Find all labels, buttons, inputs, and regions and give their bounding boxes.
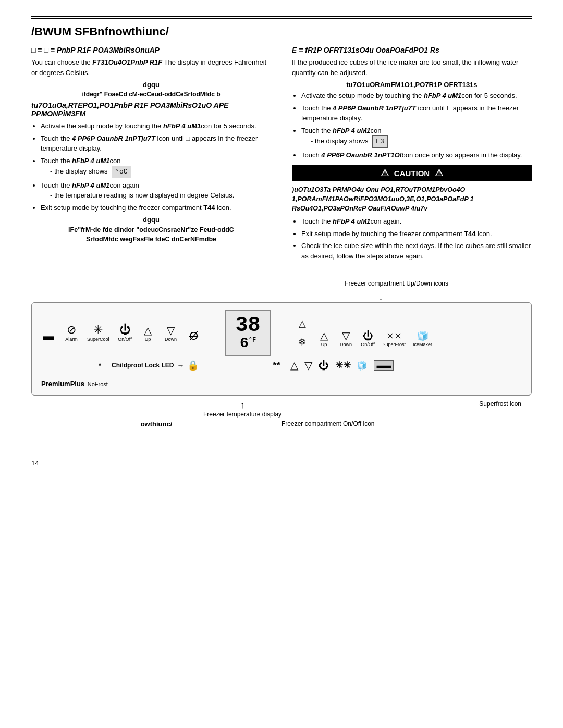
left-bullet-1: Activate the setup mode by touching the … <box>41 121 271 131</box>
caution-label: CAUTION <box>394 169 430 178</box>
display-box-left: °oC <box>112 166 131 178</box>
panel-second-row: * Childproof Lock LED → 🔒 ** △ ▽ ⏻ ✳✳ <box>41 359 522 372</box>
right-heading1: E = fR1P OFRT131sO4u OoaPOaFdPO1 Rs <box>292 46 532 54</box>
right-icons-group: △ ❄ △ Up ▽ Down <box>295 319 522 347</box>
right-bullet-1: Activate the setup mode by touching the … <box>301 91 532 101</box>
right-note1-bold: tu7O1uORAmFM1O1,PO7R1P OFRT131s <box>292 81 532 89</box>
caution-triangle-icon2: ⚠ <box>435 167 443 179</box>
right-bullet-3: Touch the hFbP 4 uM1con - the display sh… <box>301 126 532 148</box>
icon-up-above: △ <box>295 319 310 328</box>
top-border2 <box>31 18 532 19</box>
display-box-right: E3 <box>372 135 388 148</box>
down-right-icon: ▽ <box>342 330 350 341</box>
up-right-icon: △ <box>320 330 328 341</box>
checkbox-symbol: □ = <box>31 46 44 54</box>
icon-up-right: △ Up <box>317 330 332 347</box>
slash-icon: Ø <box>189 330 198 342</box>
right-bullet-list-bottom: Touch the hFbP 4 uM1con again. Exit setu… <box>301 216 532 261</box>
onoff-right-label: On/Off <box>361 342 374 347</box>
diagram-wrapper: Freezer compartment Up/Down icons ↓ ▬ ⊘ … <box>31 280 532 428</box>
panel-bottom-row: PremiumPlus NoFrost <box>41 377 522 388</box>
right-bullet-2: Touch the 4 PP6P OaunbR 1nPTju7T icon un… <box>301 103 532 124</box>
down-left-label: Down <box>165 337 177 342</box>
childproof-lock-text: Childproof Lock LED <box>112 362 174 369</box>
down-left-icon: ▽ <box>167 325 175 336</box>
right-body1: If the produced ice cubes of the ice mak… <box>292 57 532 78</box>
left-column: □ = □ = PnbP R1F POA3MbiRsOnuAP You can … <box>31 46 271 264</box>
caution-triangle-icon: ⚠ <box>381 167 389 179</box>
onoff-left-icon: ⏻ <box>119 324 131 336</box>
owthiunc-label: owthiunc/ <box>141 420 173 428</box>
icon-superfrost: ✳✳ SuperFrost <box>383 331 406 347</box>
snowflake-icon: ❄ <box>298 337 307 347</box>
left-icon-row: ▬ ⊘ Alarm ✳ SuperCool ⏻ On/Off <box>41 324 201 342</box>
childproof-arrow-icon: → <box>177 361 184 369</box>
onoff-right-icon: ⏻ <box>363 330 373 341</box>
owthiunc-label-area: owthiunc/ <box>31 420 282 428</box>
icon-onoff-right: ⏻ On/Off <box>361 330 375 347</box>
alarm-label: Alarm <box>65 337 78 342</box>
left-body1: You can choose the FT31Ou4O1PnbP R1F The… <box>31 57 271 78</box>
childproof-lock-area: Childproof Lock LED → 🔒 <box>112 360 199 371</box>
icon-supercool: ✳ SuperCool <box>87 324 109 342</box>
superfrost-icon-label-area: Superfrost icon <box>479 400 521 408</box>
superfrost-label: SuperFrost <box>383 342 406 347</box>
caution-bar: ⚠ CAUTION ⚠ <box>292 165 532 181</box>
left-bullet-5: Exit setup mode by touching the freezer … <box>41 203 271 213</box>
left-note2-bold: dgqu <box>31 216 271 224</box>
left-note1-bold: dgqu <box>31 81 271 89</box>
left-icons-group: ▬ ⊘ Alarm ✳ SuperCool ⏻ On/Off <box>41 324 201 342</box>
double-asterisk: ** <box>273 360 280 371</box>
right-icon-main-row: ❄ △ Up ▽ Down ⏻ On/Off <box>295 330 522 347</box>
left-heading1-text: □ = PnbP R1F POA3MbiRsOnuAP <box>44 46 159 54</box>
panel-top-area: ▬ ⊘ Alarm ✳ SuperCool ⏻ On/Off <box>41 310 522 356</box>
down-right-label: Down <box>340 342 352 347</box>
display-sub-num: 6°F <box>236 336 261 351</box>
icon-alarm: ⊘ Alarm <box>64 324 79 342</box>
br-icon-1: △ <box>290 359 298 372</box>
right-bullet-5: Touch the hFbP 4 uM1con again. <box>301 216 532 227</box>
right-icon-top-row: △ <box>295 319 522 328</box>
main-content: □ = □ = PnbP R1F POA3MbiRsOnuAP You can … <box>31 46 532 264</box>
top-border <box>31 16 532 17</box>
brand-premium: PremiumPlus <box>41 380 84 388</box>
battery-icon: ▬ <box>43 330 54 342</box>
icemaker-icon: 🧊 <box>417 331 429 341</box>
diagram-section: Freezer compartment Up/Down icons ↓ ▬ ⊘ … <box>31 280 532 428</box>
left-bullet-3: Touch the hFbP 4 uM1con - the display sh… <box>41 156 271 178</box>
panel-labels-below: ↑ Freezer temperature display Superfrost… <box>31 400 532 418</box>
lock-symbol: 🔒 <box>187 360 199 371</box>
left-bullet-list: Activate the setup mode by touching the … <box>41 121 271 213</box>
up-left-icon: △ <box>144 325 152 336</box>
right-bullet-6: Exit setup mode by touching the freezer … <box>301 229 532 239</box>
br-icon-5: 🧊 <box>357 361 368 371</box>
left-note2-sub: iFe"frM-de fde dlndor "odeucCnsraeNr"ze … <box>31 226 271 244</box>
right-display-shows: - the display shows E3 <box>311 135 532 148</box>
icon-battery: ▬ <box>41 330 56 342</box>
left-temp-note: - the temperature reading is now display… <box>50 190 271 201</box>
left-heading1: □ = □ = PnbP R1F POA3MbiRsOnuAP <box>31 46 271 54</box>
caution-text: )uOTu1O3Ta PRMPO4u Onu PO1,RTOuTPOM1PbvO… <box>292 185 532 213</box>
control-panel: ▬ ⊘ Alarm ✳ SuperCool ⏻ On/Off <box>31 302 532 396</box>
big-display-area: 38 6°F <box>215 310 282 356</box>
right-bullet-4: Touch 4 PP6P OaunbR 1nPT1Olbon once only… <box>301 150 532 161</box>
right-bullet-7: Check the ice cube size within the next … <box>301 241 532 261</box>
supercool-icon: ✳ <box>93 324 103 336</box>
page-title: /BWUM SFBnfnowthiunc/ <box>31 25 532 39</box>
icemaker-label: IceMaker <box>413 342 432 347</box>
icon-down-left: ▽ Down <box>164 325 178 342</box>
bottom-labels-row: owthiunc/ Freezer compartment On/Off ico… <box>31 420 532 428</box>
brand-label: PremiumPlus NoFrost <box>41 380 108 388</box>
up-left-label: Up <box>145 337 151 342</box>
up-right-label: Up <box>321 342 327 347</box>
freezer-temp-display-label: ↑ Freezer temperature display <box>203 400 282 418</box>
left-display-shows: - the display shows °oC <box>50 166 271 178</box>
display-f: °F <box>249 337 256 344</box>
superfrost-icon: ✳✳ <box>386 331 402 341</box>
brand-nofrost: NoFrost <box>88 381 108 387</box>
icon-snowflake: ❄ <box>295 337 310 347</box>
freezer-updown-label: Freezer compartment Up/Down icons <box>31 280 532 287</box>
br-icon-4: ✳✳ <box>335 360 351 371</box>
left-note1-sub: ifdegr" FoaeCd cM-ecCeud-oddCeSrfodMfdc … <box>31 91 271 98</box>
star-marker: * <box>99 362 101 369</box>
